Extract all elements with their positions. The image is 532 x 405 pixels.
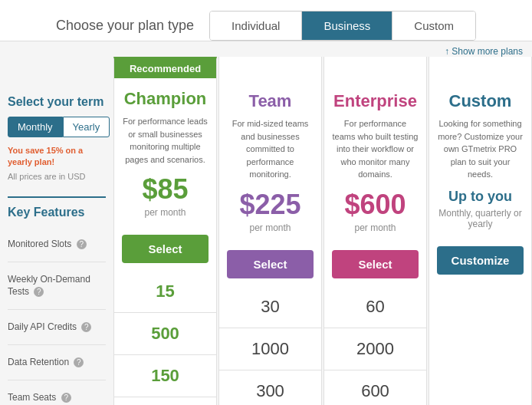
team-weekly-tests: 1000 <box>219 328 321 370</box>
enterprise-per-month: per month <box>332 222 419 233</box>
weekly-tests-help-icon[interactable]: ? <box>34 287 44 297</box>
team-desc: For mid-sized teams and businesses commi… <box>227 117 314 181</box>
sidebar: Select your term Monthly Yearly You save… <box>0 41 113 405</box>
yearly-button[interactable]: Yearly <box>63 117 110 137</box>
champion-data-retention: 12 months <box>114 397 216 405</box>
champion-weekly-tests: 500 <box>114 313 216 355</box>
term-buttons: Monthly Yearly <box>8 117 106 137</box>
custom-header: Custom Looking for something more? Custo… <box>429 81 531 246</box>
custom-customize-button[interactable]: Customize <box>437 246 524 275</box>
monthly-button[interactable]: Monthly <box>8 117 63 137</box>
feature-label-monitored-slots: Monitored Slots ? <box>8 227 106 262</box>
custom-desc: Looking for something more? Customize yo… <box>437 117 524 181</box>
champion-monitored-slots: 15 <box>114 271 216 313</box>
custom-name: Custom <box>437 91 524 111</box>
tab-custom[interactable]: Custom <box>392 12 475 40</box>
plans-area: ↑ Show more plans Recommended Champion F… <box>113 41 532 405</box>
team-monitored-slots: 30 <box>219 286 321 328</box>
monitored-slots-help-icon[interactable]: ? <box>77 239 87 249</box>
champion-api-credits: 150 <box>114 355 216 397</box>
champion-price: $85 <box>122 173 209 206</box>
enterprise-api-credits: 600 <box>324 370 426 406</box>
enterprise-monitored-slots: 60 <box>324 286 426 328</box>
team-select-button[interactable]: Select <box>227 250 314 278</box>
feature-label-team-seats: Team Seats ? <box>8 380 106 405</box>
champion-name: Champion <box>122 89 209 109</box>
plan-enterprise: Enterprise For performance teams who bui… <box>323 57 427 405</box>
champion-per-month: per month <box>122 207 209 218</box>
team-no-rec-spacer <box>219 57 321 81</box>
champion-select-button[interactable]: Select <box>122 235 209 263</box>
custom-no-rec-spacer <box>429 57 531 81</box>
tab-business[interactable]: Business <box>302 12 392 40</box>
team-api-credits: 300 <box>219 370 321 406</box>
plan-champion: Recommended Champion For performance lea… <box>113 57 217 405</box>
plan-team: Team For mid-sized teams and businesses … <box>218 57 322 405</box>
currency-note: All prices are in USD <box>8 172 106 181</box>
enterprise-name: Enterprise <box>332 91 419 111</box>
choose-title: Choose your plan type <box>56 18 194 34</box>
main-content: Select your term Monthly Yearly You save… <box>0 41 532 405</box>
savings-note: You save 15% on a yearly plan! <box>8 145 106 169</box>
show-more-link[interactable]: ↑ Show more plans <box>113 41 532 57</box>
champion-header: Champion For performance leads or small … <box>114 78 216 235</box>
select-term-title: Select your term <box>8 95 106 109</box>
enterprise-weekly-tests: 2000 <box>324 328 426 370</box>
team-per-month: per month <box>227 222 314 233</box>
recommended-badge: Recommended <box>114 59 216 78</box>
feature-label-weekly-tests: Weekly On-Demand Tests ? <box>8 262 106 311</box>
plans-grid: Recommended Champion For performance lea… <box>113 57 532 405</box>
data-retention-help-icon[interactable]: ? <box>74 357 84 367</box>
enterprise-price: $600 <box>332 189 419 221</box>
team-name: Team <box>227 91 314 111</box>
custom-price-label: Up to you <box>437 189 524 205</box>
tab-individual[interactable]: Individual <box>210 12 302 40</box>
api-credits-help-icon[interactable]: ? <box>81 322 91 332</box>
feature-label-data-retention: Data Retention ? <box>8 345 106 380</box>
plan-custom: Custom Looking for something more? Custo… <box>429 57 532 405</box>
top-bar: Choose your plan type Individual Busines… <box>0 0 532 41</box>
plan-tabs: Individual Business Custom <box>209 11 476 41</box>
custom-period-label: Monthly, quarterly or yearly <box>437 208 524 229</box>
champion-desc: For performance leads or small businesse… <box>122 115 209 166</box>
key-features-title: Key Features <box>8 196 106 219</box>
enterprise-header: Enterprise For performance teams who bui… <box>324 81 426 250</box>
feature-label-api-credits: Daily API Credits ? <box>8 310 106 345</box>
enterprise-no-rec-spacer <box>324 57 426 81</box>
enterprise-select-button[interactable]: Select <box>332 250 419 278</box>
team-price: $225 <box>227 189 314 221</box>
team-header: Team For mid-sized teams and businesses … <box>219 81 321 250</box>
enterprise-desc: For performance teams who built testing … <box>332 117 419 181</box>
team-seats-help-icon[interactable]: ? <box>61 393 71 403</box>
